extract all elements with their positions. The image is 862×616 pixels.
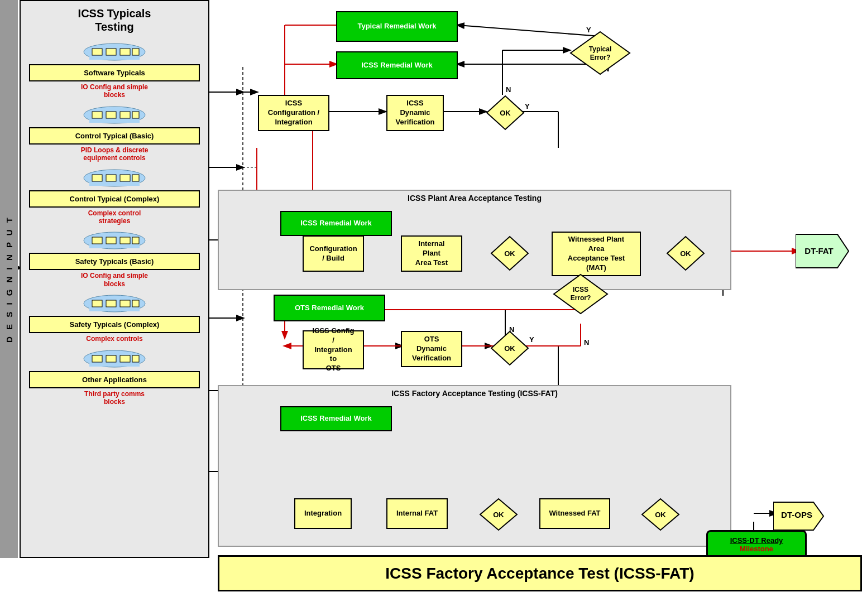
svg-text:OK: OK — [655, 511, 666, 519]
ots-dynamic-box: OTS DynamicVerification — [401, 331, 462, 367]
design-input-bar: D E S I G N I N P U T — [0, 0, 18, 558]
svg-text:N: N — [584, 338, 589, 346]
svg-rect-109 — [132, 237, 139, 244]
typical-box-control-complex: Control Typical (Complex) — [29, 190, 200, 208]
typical-error-diamond: Typical Error? — [569, 31, 631, 78]
svg-rect-112 — [92, 300, 102, 307]
icss-remedial-fat-box: ICSS Remedial Work — [280, 406, 392, 431]
svg-rect-97 — [132, 112, 139, 118]
svg-rect-114 — [120, 300, 130, 307]
svg-rect-115 — [132, 300, 139, 307]
milestone-line1: ICSS-DT Ready — [715, 536, 798, 545]
typical-box-safety-complex: Safety Typicals (Complex) — [29, 316, 200, 333]
svg-rect-119 — [106, 355, 116, 362]
svg-text:N: N — [506, 85, 511, 94]
typical-item-safety-basic: Safety Typicals (Basic) IO Config and si… — [26, 229, 203, 288]
ok-diamond-plant-2: OK — [666, 235, 705, 274]
typical-label-control-complex: Complex controlstrategies — [26, 209, 203, 225]
typical-label-control-basic: PID Loops & discreteequipment controls — [26, 146, 203, 162]
svg-rect-101 — [106, 175, 116, 181]
svg-text:OK: OK — [504, 344, 515, 353]
typical-label-safety-complex: Complex controls — [26, 335, 203, 343]
ok-diamond-svg: OK — [486, 95, 525, 131]
typical-item-safety-complex: Safety Typicals (Complex) Complex contro… — [26, 292, 203, 343]
svg-text:ICSS: ICSS — [573, 286, 588, 293]
diagram-container: Y N Y N Y Y N — [0, 0, 862, 591]
svg-rect-120 — [120, 355, 130, 362]
svg-rect-121 — [132, 355, 139, 362]
icss-dynamic-box: ICSS Dynamic Verification — [386, 95, 444, 131]
typical-item-software: Software Typicals IO Config and simplebl… — [26, 41, 203, 99]
fat-section-title: ICSS Factory Acceptance Testing (ICSS-FA… — [219, 386, 730, 401]
svg-text:Typical: Typical — [589, 45, 611, 53]
svg-text:Y: Y — [529, 335, 534, 344]
internal-plant-test-box: Internal PlantArea Test — [401, 235, 462, 272]
svg-rect-88 — [92, 49, 102, 55]
svg-rect-91 — [132, 49, 139, 55]
typicals-title: ICSS TypicalsTesting — [21, 1, 208, 36]
icss-error-diamond: ICSS Error? — [553, 273, 609, 317]
typical-item-other: Other Applications Third party commsbloc… — [26, 348, 203, 406]
config-build-box: Configuration/ Build — [303, 235, 364, 272]
ok-diamond-plant: OK — [490, 235, 529, 274]
icss-config-ots-box: ICSS Config /Integration toOTS — [303, 330, 364, 369]
milestone-line2: Milestone — [715, 545, 798, 553]
typical-error-svg: Typical Error? — [569, 31, 631, 75]
svg-rect-106 — [92, 237, 102, 244]
typical-box-other: Other Applications — [29, 371, 200, 388]
svg-rect-94 — [92, 112, 102, 118]
svg-rect-95 — [106, 112, 116, 118]
svg-text:DT-FAT: DT-FAT — [804, 246, 833, 256]
typical-item-control-complex: Control Typical (Complex) Complex contro… — [26, 167, 203, 225]
svg-marker-124 — [571, 32, 630, 74]
svg-rect-108 — [120, 237, 130, 244]
witnessed-plant-box: Witnessed Plant AreaAcceptance Test(MAT) — [552, 232, 641, 276]
ok-diamond-fat-1: OK — [479, 498, 518, 533]
svg-text:Error?: Error? — [571, 294, 591, 302]
ok-diamond-top: OK — [486, 95, 525, 133]
svg-text:DT-OPS: DT-OPS — [781, 510, 812, 519]
svg-rect-102 — [120, 175, 130, 181]
typical-item-control-basic: Control Typical (Basic) PID Loops & disc… — [26, 104, 203, 162]
plant-area-title: ICSS Plant Area Acceptance Testing — [219, 191, 730, 205]
svg-text:Error?: Error? — [590, 54, 611, 61]
design-input-label: D E S I G N I N P U T — [4, 215, 14, 343]
svg-rect-103 — [132, 175, 139, 181]
ok-diamond-fat-2: OK — [641, 498, 680, 533]
typical-label-software: IO Config and simpleblocks — [26, 83, 203, 99]
icss-remedial-top-box: ICSS Remedial Work — [336, 51, 458, 79]
svg-text:Y: Y — [525, 102, 530, 110]
typical-box-software: Software Typicals — [29, 64, 200, 81]
typical-label-other: Third party commsblocks — [26, 390, 203, 406]
typical-box-control-basic: Control Typical (Basic) — [29, 127, 200, 145]
svg-rect-100 — [92, 175, 102, 181]
svg-text:OK: OK — [500, 109, 511, 117]
svg-rect-107 — [106, 237, 116, 244]
svg-rect-89 — [106, 49, 116, 55]
svg-text:OK: OK — [493, 511, 504, 519]
svg-text:OK: OK — [680, 249, 691, 258]
svg-text:OK: OK — [504, 249, 515, 258]
plant-area-section: ICSS Plant Area Acceptance Testing ICSS … — [218, 190, 731, 290]
dt-fat-shape: DT-FAT — [796, 232, 851, 273]
svg-rect-113 — [106, 300, 116, 307]
typical-label-safety-basic: IO Config and simpleblocks — [26, 272, 203, 288]
ots-remedial-box: OTS Remedial Work — [274, 295, 385, 321]
integration-box: Integration — [294, 498, 352, 529]
witnessed-fat-box: Witnessed FAT — [539, 498, 610, 529]
svg-rect-90 — [120, 49, 130, 55]
ok-diamond-ots: OK — [490, 330, 529, 369]
bottom-label: ICSS Factory Acceptance Test (ICSS-FAT) — [218, 555, 862, 591]
icss-remedial-plant-box: ICSS Remedial Work — [280, 211, 392, 236]
icss-config-box: ICSS Configuration / Integration — [258, 95, 329, 131]
typicals-section: ICSS TypicalsTesting Software Typicals I… — [20, 0, 209, 558]
typical-remedial-box: Typical Remedial Work — [336, 11, 458, 42]
svg-rect-118 — [92, 355, 102, 362]
typical-box-safety-basic: Safety Typicals (Basic) — [29, 253, 200, 270]
svg-rect-96 — [120, 112, 130, 118]
internal-fat-box: Internal FAT — [386, 498, 448, 529]
